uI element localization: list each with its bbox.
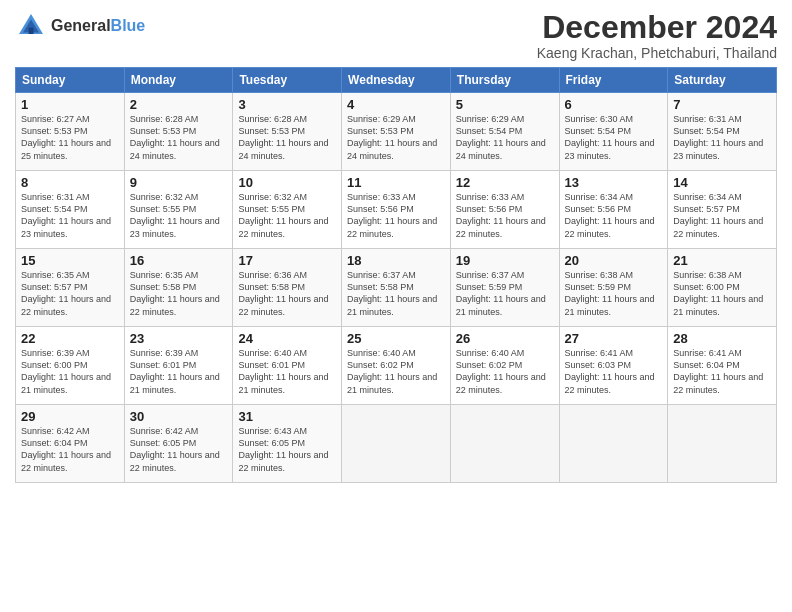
table-row: 31 Sunrise: 6:43 AM Sunset: 6:05 PM Dayl… xyxy=(233,405,342,483)
calendar-week-row: 29 Sunrise: 6:42 AM Sunset: 6:04 PM Dayl… xyxy=(16,405,777,483)
sunrise-label: Sunrise: 6:42 AM xyxy=(21,426,90,436)
day-info: Sunrise: 6:28 AM Sunset: 5:53 PM Dayligh… xyxy=(238,113,336,162)
sunset-label: Sunset: 5:53 PM xyxy=(21,126,88,136)
day-number: 13 xyxy=(565,175,663,190)
day-info: Sunrise: 6:34 AM Sunset: 5:56 PM Dayligh… xyxy=(565,191,663,240)
day-number: 2 xyxy=(130,97,228,112)
calendar-table: Sunday Monday Tuesday Wednesday Thursday… xyxy=(15,67,777,483)
daylight-label: Daylight: 11 hours and 22 minutes. xyxy=(456,372,546,394)
sunset-label: Sunset: 6:04 PM xyxy=(21,438,88,448)
daylight-label: Daylight: 11 hours and 22 minutes. xyxy=(238,450,328,472)
col-friday: Friday xyxy=(559,68,668,93)
daylight-label: Daylight: 11 hours and 24 minutes. xyxy=(456,138,546,160)
day-info: Sunrise: 6:40 AM Sunset: 6:02 PM Dayligh… xyxy=(347,347,445,396)
sunrise-label: Sunrise: 6:41 AM xyxy=(673,348,742,358)
day-info: Sunrise: 6:43 AM Sunset: 6:05 PM Dayligh… xyxy=(238,425,336,474)
col-monday: Monday xyxy=(124,68,233,93)
daylight-label: Daylight: 11 hours and 22 minutes. xyxy=(456,216,546,238)
month-title: December 2024 xyxy=(537,10,777,45)
sunset-label: Sunset: 5:56 PM xyxy=(347,204,414,214)
day-number: 27 xyxy=(565,331,663,346)
day-info: Sunrise: 6:41 AM Sunset: 6:03 PM Dayligh… xyxy=(565,347,663,396)
table-row xyxy=(450,405,559,483)
table-row: 19 Sunrise: 6:37 AM Sunset: 5:59 PM Dayl… xyxy=(450,249,559,327)
sunrise-label: Sunrise: 6:29 AM xyxy=(347,114,416,124)
sunrise-label: Sunrise: 6:40 AM xyxy=(347,348,416,358)
day-info: Sunrise: 6:37 AM Sunset: 5:59 PM Dayligh… xyxy=(456,269,554,318)
daylight-label: Daylight: 11 hours and 22 minutes. xyxy=(238,216,328,238)
sunrise-label: Sunrise: 6:34 AM xyxy=(673,192,742,202)
table-row: 27 Sunrise: 6:41 AM Sunset: 6:03 PM Dayl… xyxy=(559,327,668,405)
day-number: 22 xyxy=(21,331,119,346)
table-row: 16 Sunrise: 6:35 AM Sunset: 5:58 PM Dayl… xyxy=(124,249,233,327)
day-info: Sunrise: 6:27 AM Sunset: 5:53 PM Dayligh… xyxy=(21,113,119,162)
daylight-label: Daylight: 11 hours and 21 minutes. xyxy=(673,294,763,316)
sunrise-label: Sunrise: 6:32 AM xyxy=(130,192,199,202)
table-row: 23 Sunrise: 6:39 AM Sunset: 6:01 PM Dayl… xyxy=(124,327,233,405)
daylight-label: Daylight: 11 hours and 21 minutes. xyxy=(347,294,437,316)
daylight-label: Daylight: 11 hours and 25 minutes. xyxy=(21,138,111,160)
col-saturday: Saturday xyxy=(668,68,777,93)
daylight-label: Daylight: 11 hours and 21 minutes. xyxy=(347,372,437,394)
day-number: 24 xyxy=(238,331,336,346)
daylight-label: Daylight: 11 hours and 21 minutes. xyxy=(565,294,655,316)
table-row: 11 Sunrise: 6:33 AM Sunset: 5:56 PM Dayl… xyxy=(342,171,451,249)
sunset-label: Sunset: 6:02 PM xyxy=(456,360,523,370)
daylight-label: Daylight: 11 hours and 23 minutes. xyxy=(21,216,111,238)
sunrise-label: Sunrise: 6:27 AM xyxy=(21,114,90,124)
day-number: 18 xyxy=(347,253,445,268)
sunrise-label: Sunrise: 6:40 AM xyxy=(238,348,307,358)
day-info: Sunrise: 6:38 AM Sunset: 6:00 PM Dayligh… xyxy=(673,269,771,318)
logo-text: GeneralBlue xyxy=(51,17,145,35)
logo-blue: Blue xyxy=(111,17,146,34)
table-row: 21 Sunrise: 6:38 AM Sunset: 6:00 PM Dayl… xyxy=(668,249,777,327)
sunset-label: Sunset: 6:03 PM xyxy=(565,360,632,370)
sunset-label: Sunset: 5:56 PM xyxy=(456,204,523,214)
day-info: Sunrise: 6:32 AM Sunset: 5:55 PM Dayligh… xyxy=(130,191,228,240)
col-wednesday: Wednesday xyxy=(342,68,451,93)
day-info: Sunrise: 6:34 AM Sunset: 5:57 PM Dayligh… xyxy=(673,191,771,240)
table-row: 9 Sunrise: 6:32 AM Sunset: 5:55 PM Dayli… xyxy=(124,171,233,249)
daylight-label: Daylight: 11 hours and 21 minutes. xyxy=(130,372,220,394)
daylight-label: Daylight: 11 hours and 21 minutes. xyxy=(21,372,111,394)
sunrise-label: Sunrise: 6:29 AM xyxy=(456,114,525,124)
sunset-label: Sunset: 5:58 PM xyxy=(130,282,197,292)
calendar-week-row: 15 Sunrise: 6:35 AM Sunset: 5:57 PM Dayl… xyxy=(16,249,777,327)
table-row: 7 Sunrise: 6:31 AM Sunset: 5:54 PM Dayli… xyxy=(668,93,777,171)
day-number: 25 xyxy=(347,331,445,346)
sunset-label: Sunset: 6:02 PM xyxy=(347,360,414,370)
daylight-label: Daylight: 11 hours and 24 minutes. xyxy=(347,138,437,160)
day-number: 31 xyxy=(238,409,336,424)
sunset-label: Sunset: 5:56 PM xyxy=(565,204,632,214)
sunrise-label: Sunrise: 6:39 AM xyxy=(21,348,90,358)
daylight-label: Daylight: 11 hours and 22 minutes. xyxy=(21,450,111,472)
daylight-label: Daylight: 11 hours and 22 minutes. xyxy=(130,450,220,472)
sunrise-label: Sunrise: 6:38 AM xyxy=(673,270,742,280)
sunset-label: Sunset: 6:01 PM xyxy=(130,360,197,370)
sunset-label: Sunset: 6:05 PM xyxy=(238,438,305,448)
sunrise-label: Sunrise: 6:35 AM xyxy=(130,270,199,280)
sunrise-label: Sunrise: 6:41 AM xyxy=(565,348,634,358)
day-number: 28 xyxy=(673,331,771,346)
daylight-label: Daylight: 11 hours and 24 minutes. xyxy=(130,138,220,160)
day-number: 21 xyxy=(673,253,771,268)
day-number: 19 xyxy=(456,253,554,268)
sunrise-label: Sunrise: 6:31 AM xyxy=(21,192,90,202)
calendar-header-row: Sunday Monday Tuesday Wednesday Thursday… xyxy=(16,68,777,93)
day-number: 6 xyxy=(565,97,663,112)
table-row xyxy=(559,405,668,483)
sunset-label: Sunset: 5:54 PM xyxy=(673,126,740,136)
table-row: 5 Sunrise: 6:29 AM Sunset: 5:54 PM Dayli… xyxy=(450,93,559,171)
col-sunday: Sunday xyxy=(16,68,125,93)
day-info: Sunrise: 6:37 AM Sunset: 5:58 PM Dayligh… xyxy=(347,269,445,318)
table-row xyxy=(342,405,451,483)
table-row: 22 Sunrise: 6:39 AM Sunset: 6:00 PM Dayl… xyxy=(16,327,125,405)
day-info: Sunrise: 6:35 AM Sunset: 5:57 PM Dayligh… xyxy=(21,269,119,318)
svg-rect-2 xyxy=(29,28,34,34)
calendar-week-row: 1 Sunrise: 6:27 AM Sunset: 5:53 PM Dayli… xyxy=(16,93,777,171)
table-row: 17 Sunrise: 6:36 AM Sunset: 5:58 PM Dayl… xyxy=(233,249,342,327)
day-number: 23 xyxy=(130,331,228,346)
day-info: Sunrise: 6:39 AM Sunset: 6:00 PM Dayligh… xyxy=(21,347,119,396)
sunset-label: Sunset: 5:55 PM xyxy=(130,204,197,214)
sunrise-label: Sunrise: 6:37 AM xyxy=(456,270,525,280)
